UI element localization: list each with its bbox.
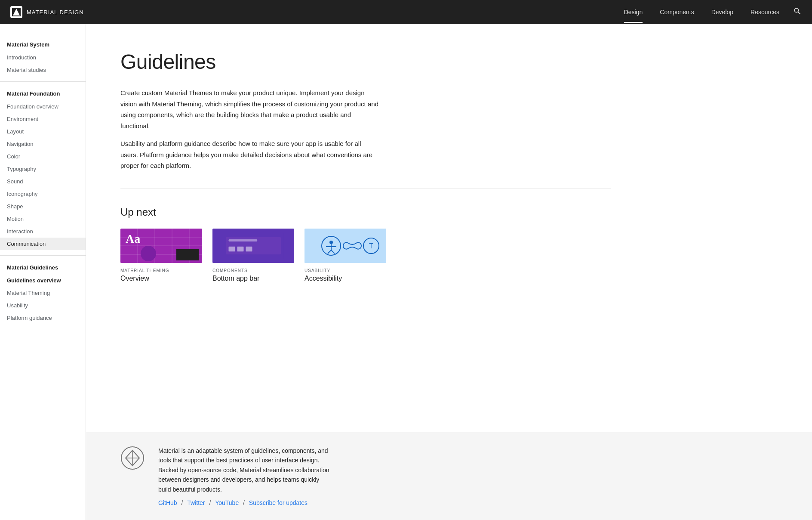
sidebar-item-interaction[interactable]: Interaction [0, 225, 86, 238]
logo-icon [10, 6, 22, 18]
logo[interactable]: MATERIAL DESIGN [10, 6, 84, 18]
svg-rect-10 [176, 249, 199, 260]
sidebar-item-introduction[interactable]: Introduction [0, 51, 86, 64]
components-svg [217, 233, 290, 259]
card-usability[interactable]: T USABILITY Accessibility [304, 229, 386, 282]
sidebar: Material System Introduction Material st… [0, 24, 86, 520]
svg-point-9 [141, 246, 156, 261]
sidebar-divider-1 [0, 81, 86, 82]
nav-links: Design Components Develop Resources [617, 5, 786, 19]
footer-description: Material is an adaptable system of guide… [158, 446, 330, 494]
footer-body: Material is an adaptable system of guide… [158, 446, 330, 506]
sidebar-item-sound[interactable]: Sound [0, 175, 86, 188]
section-divider [120, 189, 611, 189]
sidebar-item-shape[interactable]: Shape [0, 200, 86, 213]
svg-text:T: T [369, 242, 373, 250]
sidebar-item-usability[interactable]: Usability [0, 299, 86, 312]
footer: Material is an adaptable system of guide… [86, 432, 812, 520]
footer-link-github[interactable]: GitHub [158, 499, 177, 506]
sidebar-divider-2 [0, 255, 86, 256]
svg-rect-17 [304, 229, 386, 263]
page-layout: Material System Introduction Material st… [0, 24, 812, 432]
footer-link-youtube[interactable]: YouTube [215, 499, 239, 506]
footer-link-subscribe[interactable]: Subscribe for updates [249, 499, 308, 506]
sidebar-item-foundation-overview[interactable]: Foundation overview [0, 100, 86, 113]
sidebar-section-material-system: Material System [0, 38, 86, 51]
top-navigation: MATERIAL DESIGN Design Components Develo… [0, 0, 812, 24]
sidebar-item-layout[interactable]: Layout [0, 125, 86, 138]
sidebar-item-communication[interactable]: Communication [0, 238, 86, 250]
page-description-1: Create custom Material Themes to make yo… [120, 87, 378, 131]
card-usability-label: USABILITY [304, 268, 386, 273]
nav-link-design[interactable]: Design [617, 5, 650, 19]
sidebar-item-material-theming[interactable]: Material Theming [0, 287, 86, 299]
footer-logo [120, 446, 145, 470]
card-usability-image: T [304, 229, 386, 263]
card-theming-label: MATERIAL THEMING [120, 268, 202, 273]
sidebar-item-typography[interactable]: Typography [0, 163, 86, 175]
logo-text: MATERIAL DESIGN [27, 9, 84, 15]
sidebar-section-material-foundation: Material Foundation [0, 87, 86, 100]
sidebar-section-material-guidelines: Material Guidelines [0, 261, 86, 274]
svg-point-19 [329, 241, 333, 244]
card-theming-image: Aa [120, 229, 202, 263]
search-icon[interactable] [793, 7, 802, 18]
page-description-2: Usability and platform guidance describe… [120, 138, 378, 171]
sidebar-item-material-studies[interactable]: Material studies [0, 64, 86, 76]
card-usability-title: Accessibility [304, 275, 386, 282]
theming-grid [120, 229, 202, 263]
sidebar-item-guidelines-overview[interactable]: Guidelines overview [0, 274, 86, 287]
svg-rect-16 [246, 246, 252, 251]
footer-link-twitter[interactable]: Twitter [187, 499, 205, 506]
footer-links: GitHub / Twitter / YouTube / Subscribe f… [158, 499, 330, 506]
footer-sep-1: / [181, 499, 185, 506]
card-components-label: COMPONENTS [212, 268, 294, 273]
svg-rect-13 [229, 239, 258, 241]
sidebar-item-iconography[interactable]: Iconography [0, 188, 86, 200]
footer-sep-2: / [209, 499, 212, 506]
usability-svg: T [304, 229, 386, 263]
svg-rect-14 [229, 246, 235, 251]
sidebar-item-navigation[interactable]: Navigation [0, 138, 86, 150]
card-theming[interactable]: Aa MATE [120, 229, 202, 282]
main-content: Guidelines Create custom Material Themes… [86, 24, 645, 432]
sidebar-item-color[interactable]: Color [0, 150, 86, 163]
card-theming-title: Overview [120, 275, 202, 282]
nav-link-develop[interactable]: Develop [704, 5, 740, 19]
sidebar-item-environment[interactable]: Environment [0, 113, 86, 125]
up-next-cards: Aa MATE [120, 229, 611, 282]
page-title: Guidelines [120, 50, 611, 74]
card-components-image [212, 229, 294, 263]
footer-sep-3: / [243, 499, 246, 506]
card-components-title: Bottom app bar [212, 275, 294, 282]
svg-rect-15 [237, 246, 244, 251]
card-components[interactable]: COMPONENTS Bottom app bar [212, 229, 294, 282]
up-next-title: Up next [120, 206, 611, 218]
sidebar-item-platform-guidance[interactable]: Platform guidance [0, 312, 86, 324]
nav-link-components[interactable]: Components [653, 5, 701, 19]
nav-link-resources[interactable]: Resources [744, 5, 786, 19]
sidebar-item-motion[interactable]: Motion [0, 213, 86, 225]
